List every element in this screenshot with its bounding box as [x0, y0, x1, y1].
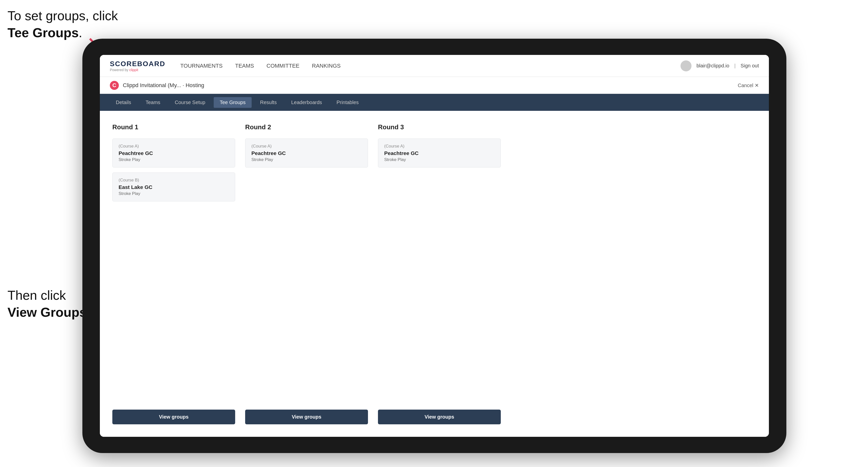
round-1-course-a-name: Peachtree GC: [119, 150, 229, 156]
user-avatar: [681, 60, 691, 71]
round-1-course-b-type: Stroke Play: [119, 191, 229, 196]
instruction-bottom-bold: View Groups: [7, 305, 87, 319]
nav-right: blair@clippd.io | Sign out: [681, 60, 759, 71]
round-3-column: Round 3 (Course A) Peachtree GC Stroke P…: [378, 123, 501, 424]
round-2-course-a-type: Stroke Play: [251, 157, 362, 162]
round-2-column: Round 2 (Course A) Peachtree GC Stroke P…: [245, 123, 368, 424]
tab-leaderboards[interactable]: Leaderboards: [285, 97, 328, 108]
logo-text: SCOREBOARD: [110, 60, 165, 68]
sub-header-logo: C: [110, 81, 119, 90]
empty-space: [511, 123, 756, 424]
round-3-course-a-label: (Course A): [384, 144, 495, 149]
tablet-frame: SCOREBOARD Powered by clippit TOURNAMENT…: [82, 39, 786, 453]
instruction-top-bold: Tee Groups: [7, 26, 79, 40]
round-1-view-groups-button[interactable]: View groups: [112, 410, 235, 424]
tabs-bar: Details Teams Course Setup Tee Groups Re…: [100, 94, 769, 111]
nav-teams[interactable]: TEAMS: [235, 63, 254, 69]
sign-out-link[interactable]: Sign out: [741, 63, 759, 69]
logo-area: SCOREBOARD Powered by clippit: [110, 60, 165, 72]
cancel-button[interactable]: Cancel ✕: [738, 82, 759, 88]
nav-tournaments[interactable]: TOURNAMENTS: [180, 63, 223, 69]
tab-results[interactable]: Results: [254, 97, 283, 108]
sub-header: C Clippd Invitational (My... · Hosting C…: [100, 77, 769, 94]
round-2-course-a-card: (Course A) Peachtree GC Stroke Play: [245, 138, 368, 167]
instruction-bottom: Then click View Groups.: [7, 287, 90, 321]
round-2-title: Round 2: [245, 123, 368, 131]
logo-powered: Powered by clippit: [110, 68, 165, 72]
tablet-screen: SCOREBOARD Powered by clippit TOURNAMENT…: [100, 55, 769, 437]
round-3-view-groups-button[interactable]: View groups: [378, 410, 501, 424]
nav-committee[interactable]: COMMITTEE: [267, 63, 300, 69]
round-1-course-a-card: (Course A) Peachtree GC Stroke Play: [112, 138, 235, 167]
round-3-course-a-card: (Course A) Peachtree GC Stroke Play: [378, 138, 501, 167]
round-2-view-groups-button[interactable]: View groups: [245, 410, 368, 424]
round-2-course-a-label: (Course A): [251, 144, 362, 149]
round-1-course-a-label: (Course A): [119, 144, 229, 149]
tab-details[interactable]: Details: [110, 97, 137, 108]
round-3-title: Round 3: [378, 123, 501, 131]
sub-header-title: Clippd Invitational (My... · Hosting: [123, 82, 738, 89]
round-1-course-b-card: (Course B) East Lake GC Stroke Play: [112, 173, 235, 201]
instruction-bottom-line1: Then click: [7, 288, 66, 303]
tab-teams[interactable]: Teams: [140, 97, 166, 108]
round-1-course-a-type: Stroke Play: [119, 157, 229, 162]
round-1-column: Round 1 (Course A) Peachtree GC Stroke P…: [112, 123, 235, 424]
tab-printables[interactable]: Printables: [331, 97, 365, 108]
user-email: blair@clippd.io: [696, 63, 729, 69]
round-3-course-a-name: Peachtree GC: [384, 150, 495, 156]
tab-tee-groups[interactable]: Tee Groups: [214, 97, 251, 108]
nav-links: TOURNAMENTS TEAMS COMMITTEE RANKINGS: [180, 63, 681, 69]
round-1-course-b-name: East Lake GC: [119, 184, 229, 190]
round-1-title: Round 1: [112, 123, 235, 131]
round-3-course-a-type: Stroke Play: [384, 157, 495, 162]
nav-bar: SCOREBOARD Powered by clippit TOURNAMENT…: [100, 55, 769, 77]
nav-rankings[interactable]: RANKINGS: [312, 63, 341, 69]
content-area: Round 1 (Course A) Peachtree GC Stroke P…: [100, 111, 769, 437]
instruction-top-line1: To set groups, click: [7, 8, 118, 23]
tab-course-setup[interactable]: Course Setup: [169, 97, 211, 108]
round-1-course-b-label: (Course B): [119, 178, 229, 183]
round-2-course-a-name: Peachtree GC: [251, 150, 362, 156]
